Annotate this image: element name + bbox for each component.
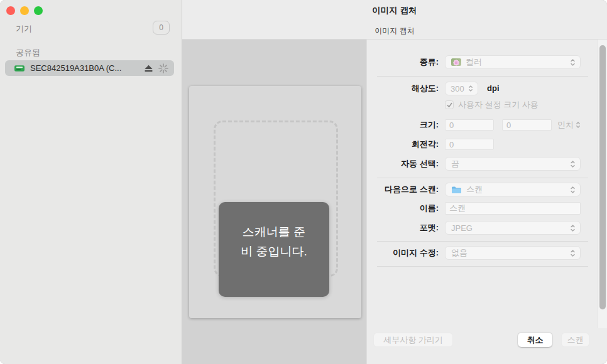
checkmark-icon: [446, 102, 453, 109]
eject-icon[interactable]: [144, 65, 153, 72]
chevron-up-down-icon: [468, 85, 473, 92]
divider: [377, 266, 588, 267]
format-label: 포맷:: [367, 221, 439, 235]
sidebar: 기기 0 공유됨 SEC842519A31B0A (C...: [0, 0, 182, 364]
kind-label: 종류:: [367, 55, 439, 69]
image-correction-popup[interactable]: 없음: [445, 246, 581, 260]
resolution-label: 해상도:: [367, 82, 439, 95]
scan-page-preview[interactable]: 스캐너를 준 비 중입니다.: [189, 86, 361, 318]
size-width-field[interactable]: [445, 119, 494, 131]
zoom-window-button[interactable]: [34, 6, 43, 15]
scan-to-popup[interactable]: 스캔: [445, 183, 581, 196]
chevron-up-down-icon: [570, 249, 576, 257]
rotation-label: 회전각:: [367, 139, 439, 150]
scan-settings-panel: 종류: 컬러 해상도: 300 dpi 사용자 설정 크기 사용 크기: 인치 …: [366, 40, 607, 364]
status-line-2: 비 중입니다.: [219, 242, 329, 261]
size-unit-value: 인치: [557, 119, 574, 131]
scanner-status-overlay: 스캐너를 준 비 중입니다.: [219, 202, 329, 297]
custom-size-label: 사용자 설정 크기 사용: [458, 100, 539, 109]
device-name-label: SEC842519A31B0A (C...: [30, 63, 144, 73]
kind-value: 컬러: [466, 56, 570, 68]
cancel-button[interactable]: 취소: [518, 333, 552, 347]
titlebar: 이미지 캡처 이미지 캡처: [182, 0, 607, 40]
devices-count-badge: 0: [153, 21, 170, 35]
scan-to-label: 다음으로 스캔:: [367, 183, 439, 196]
window-title: 이미지 캡처: [182, 5, 607, 16]
format-popup[interactable]: JPEG: [445, 221, 581, 235]
custom-size-checkbox[interactable]: [445, 100, 454, 109]
printer-icon: [14, 65, 25, 72]
scan-button[interactable]: 스캔: [561, 333, 589, 347]
toolbar-title: 이미지 캡처: [182, 26, 607, 36]
scan-to-value: 스캔: [466, 184, 570, 195]
divider: [377, 241, 588, 242]
auto-select-label: 자동 선택:: [367, 157, 439, 171]
chevron-up-down-icon: [576, 121, 581, 129]
size-label: 크기:: [367, 119, 439, 131]
divider: [377, 178, 588, 178]
color-photo-icon: [451, 58, 461, 66]
chevron-up-down-icon: [570, 58, 576, 67]
rotation-field[interactable]: [445, 139, 494, 150]
busy-spinner-icon: [158, 63, 168, 73]
size-height-field[interactable]: [502, 119, 552, 131]
name-label: 이름:: [367, 202, 439, 215]
folder-icon: [451, 186, 462, 194]
size-unit-popup[interactable]: 인치: [552, 119, 581, 131]
name-field[interactable]: [445, 202, 581, 215]
scrollbar-thumb[interactable]: [599, 45, 606, 309]
auto-select-popup[interactable]: 끔: [445, 157, 581, 171]
chevron-up-down-icon: [570, 224, 576, 232]
chevron-up-down-icon: [570, 186, 576, 194]
devices-section-header: 기기: [16, 23, 32, 35]
resolution-popup[interactable]: 300: [445, 82, 478, 95]
chevron-up-down-icon: [570, 160, 576, 168]
scan-preview-area: 스캐너를 준 비 중입니다.: [182, 40, 366, 364]
status-line-1: 스캐너를 준: [219, 222, 329, 242]
image-correction-value: 없음: [451, 247, 570, 259]
kind-popup[interactable]: 컬러: [445, 55, 581, 69]
auto-select-value: 끔: [451, 158, 570, 169]
hide-details-button[interactable]: 세부사항 가리기: [373, 333, 453, 347]
minimize-window-button[interactable]: [20, 6, 29, 15]
sidebar-item-shared-scanner[interactable]: SEC842519A31B0A (C...: [5, 60, 174, 76]
format-value: JPEG: [451, 223, 570, 233]
resolution-value: 300: [451, 84, 468, 94]
divider: [377, 76, 588, 77]
close-window-button[interactable]: [6, 6, 15, 15]
image-capture-window: 기기 0 공유됨 SEC842519A31B0A (C...: [0, 0, 607, 364]
shared-section-header: 공유됨: [16, 47, 40, 58]
image-correction-label: 이미지 수정:: [367, 246, 439, 260]
dpi-unit-label: dpi: [487, 82, 500, 95]
